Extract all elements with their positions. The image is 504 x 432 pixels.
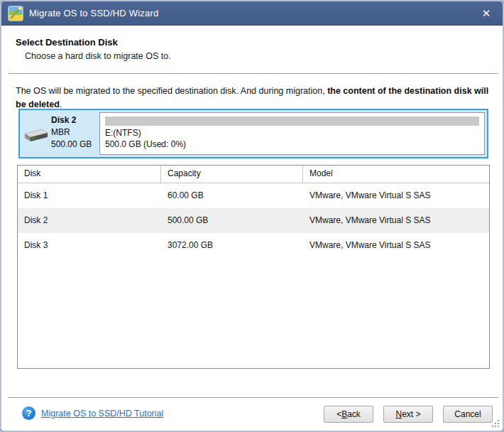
- warning-suffix: .: [60, 99, 62, 109]
- selected-disk-partition-style: MBR: [51, 126, 92, 139]
- selected-disk-name: Disk 2: [51, 114, 92, 126]
- column-header-disk[interactable]: Disk: [18, 166, 161, 183]
- hard-drive-icon: [23, 127, 49, 143]
- table-cell-disk: Disk 1: [18, 183, 161, 208]
- table-cell-model: VMware, VMware Virtual S SAS: [303, 233, 489, 258]
- resize-grip[interactable]: [492, 420, 500, 428]
- table-cell-model: VMware, VMware Virtual S SAS: [303, 183, 489, 208]
- column-header-capacity[interactable]: Capacity: [161, 166, 303, 183]
- wizard-wand-icon: [8, 6, 23, 21]
- table-row[interactable]: Disk 160.00 GBVMware, VMware Virtual S S…: [18, 183, 489, 208]
- tutorial-link[interactable]: Migrate OS to SSD/HD Tutorial: [41, 409, 163, 418]
- partition-detail: 500.0 GB (Used: 0%): [105, 139, 186, 149]
- table-row[interactable]: Disk 2500.00 GBVMware, VMware Virtual S …: [18, 208, 489, 233]
- migration-warning-text: The OS will be migrated to the specified…: [16, 85, 493, 112]
- selected-disk-size: 500.00 GB: [51, 139, 92, 151]
- table-cell-disk: Disk 3: [18, 233, 161, 258]
- table-cell-capacity: 3072.00 GB: [161, 233, 303, 258]
- disk-table-body: Disk 160.00 GBVMware, VMware Virtual S S…: [18, 183, 489, 258]
- help-icon[interactable]: ?: [22, 406, 35, 420]
- footer-separator: [9, 397, 498, 398]
- header-separator: [9, 73, 498, 74]
- column-header-model[interactable]: Model: [303, 166, 489, 183]
- table-row[interactable]: Disk 33072.00 GBVMware, VMware Virtual S…: [18, 233, 489, 258]
- partition-block: E:(NTFS) 500.0 GB (Used: 0%): [99, 112, 485, 155]
- table-cell-disk: Disk 2: [18, 208, 161, 233]
- selected-disk-meta: Disk 2 MBR 500.00 GB: [51, 114, 92, 151]
- close-button[interactable]: ✕: [474, 1, 498, 25]
- disk-table: Disk Capacity Model Disk 160.00 GBVMware…: [17, 165, 490, 369]
- table-cell-capacity: 500.00 GB: [161, 208, 303, 233]
- migrate-os-wizard-dialog: Migrate OS to SSD/HD Wizard ✕ Select Des…: [0, 0, 504, 432]
- back-button[interactable]: < Back: [324, 406, 373, 423]
- warning-normal: The OS will be migrated to the specified…: [16, 86, 327, 96]
- table-cell-model: VMware, VMware Virtual S SAS: [303, 208, 489, 233]
- partition-usage-bar: [105, 117, 479, 126]
- table-cell-capacity: 60.00 GB: [161, 183, 303, 208]
- cancel-button[interactable]: Cancel: [443, 406, 493, 423]
- page-title: Select Destination Disk: [16, 37, 118, 48]
- partition-label: E:(NTFS): [105, 128, 141, 138]
- next-button[interactable]: Next >: [383, 406, 433, 423]
- title-bar: Migrate OS to SSD/HD Wizard ✕: [1, 1, 503, 26]
- window-title: Migrate OS to SSD/HD Wizard: [29, 8, 158, 18]
- disk-table-header: Disk Capacity Model: [18, 166, 489, 183]
- selected-disk-panel: Disk 2 MBR 500.00 GB E:(NTFS) 500.0 GB (…: [18, 109, 488, 158]
- page-subtitle: Choose a hard disk to migrate OS to.: [25, 51, 171, 61]
